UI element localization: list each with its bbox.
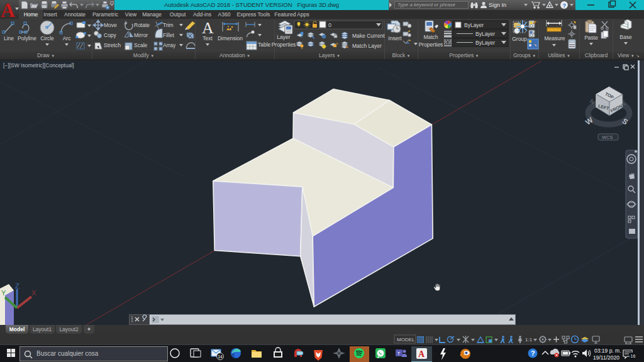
- svg-text:W: W: [584, 115, 595, 126]
- svg-text:16: 16: [631, 354, 636, 358]
- svg-text:MODEL: MODEL: [397, 337, 415, 343]
- svg-text:ByLayer: ByLayer: [475, 40, 495, 46]
- svg-text:A: A: [202, 19, 214, 37]
- svg-text:WCS: WCS: [602, 134, 613, 140]
- svg-text:ByLayer: ByLayer: [464, 22, 484, 28]
- svg-text:Z: Z: [15, 282, 19, 290]
- svg-text:Y: Y: [1, 289, 6, 297]
- svg-text:A: A: [418, 349, 425, 359]
- svg-text:ByLayer: ByLayer: [475, 31, 495, 37]
- svg-text:19/11/2020: 19/11/2020: [593, 354, 619, 361]
- svg-text:Sign In: Sign In: [489, 2, 506, 8]
- svg-text:14: 14: [218, 354, 223, 359]
- svg-text:?: ?: [531, 349, 535, 357]
- svg-text:T: T: [397, 351, 401, 356]
- svg-text:0: 0: [328, 22, 331, 28]
- svg-text:S: S: [621, 117, 630, 127]
- svg-text:?: ?: [563, 3, 567, 9]
- svg-text:03:19 p. m.: 03:19 p. m.: [594, 348, 621, 354]
- svg-text:X: X: [31, 289, 36, 297]
- svg-text:1:1: 1:1: [525, 337, 533, 343]
- svg-text:A: A: [1, 0, 15, 20]
